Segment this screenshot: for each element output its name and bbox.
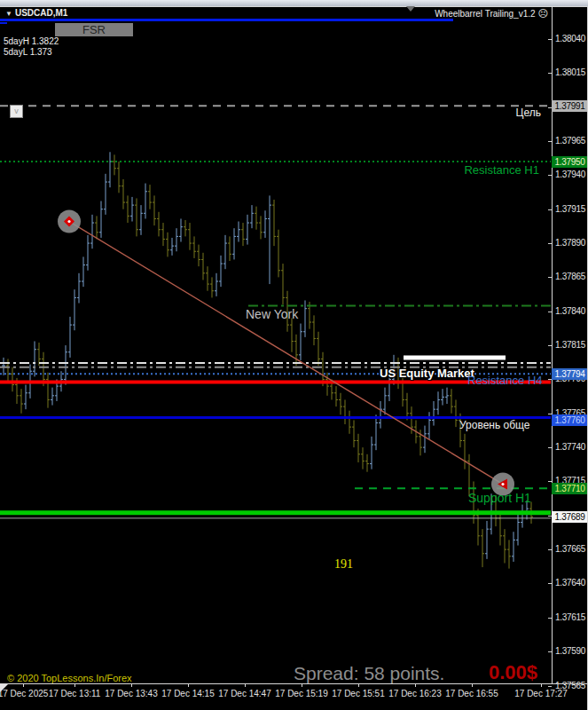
sad-face-icon: ☹ xyxy=(538,8,548,19)
scroll-anchor-icon xyxy=(0,684,8,692)
price-tick xyxy=(548,549,552,550)
time-tick xyxy=(541,684,542,687)
symbol-title-text: USDCAD,M1 xyxy=(15,8,67,18)
chart-checkbox[interactable]: v xyxy=(10,105,23,118)
time-tick-label: 17 Dec 13:11 xyxy=(43,689,106,698)
time-tick xyxy=(188,684,189,687)
price-tick-label: 1.37840 xyxy=(555,306,585,316)
time-tick xyxy=(245,684,246,687)
price-tick xyxy=(548,583,552,584)
trailing-indicator-stub xyxy=(0,22,7,24)
price-tick-label: 1.37865 xyxy=(555,272,585,281)
time-tick xyxy=(23,684,24,687)
window-chrome xyxy=(0,0,588,6)
price-level-box: 1.37794 xyxy=(552,368,588,380)
price-level-box: 1.37950 xyxy=(552,156,588,168)
time-tick xyxy=(131,684,132,687)
time-tick-label: 17 Dec 13:43 xyxy=(100,689,162,698)
price-level-box: 1.37760 xyxy=(552,414,588,426)
time-tick-label: 17 Dec 15:19 xyxy=(270,689,333,698)
price-level-box: 1.37991 xyxy=(552,100,588,112)
price-tick-label: 1.37740 xyxy=(555,442,585,452)
price-tick-label: 1.38040 xyxy=(555,34,585,43)
trailing-indicator-line xyxy=(0,19,453,21)
price-tick-label: 1.37665 xyxy=(555,544,585,554)
fsr-label: FSR xyxy=(55,23,133,36)
price-level-box: 1.37689 xyxy=(552,511,588,523)
price-tick-label: 1.38015 xyxy=(555,67,585,77)
chart-top-border xyxy=(0,6,588,7)
profit-label: 0.00$ xyxy=(489,661,537,684)
symbol-title: ▼USDCAD,M1 xyxy=(5,8,67,18)
price-tick xyxy=(548,345,552,346)
time-tick xyxy=(302,684,302,687)
symbol-caret-icon[interactable]: ▼ xyxy=(5,10,12,18)
price-tick xyxy=(548,175,552,176)
price-tick-label: 1.37965 xyxy=(555,136,585,146)
trend-line[interactable] xyxy=(69,222,503,485)
time-tick xyxy=(472,684,473,687)
price-bars xyxy=(2,152,533,568)
price-tick-label: 1.37640 xyxy=(555,578,585,588)
price-tick-label: 1.37815 xyxy=(555,340,585,350)
indicator-title-text: Wheelbarrel Trailing_v1.2 xyxy=(435,9,535,19)
day-low-label: 5dayL 1.373 xyxy=(4,47,52,57)
copyright-label: © 2020 TopLessons.In/Forex xyxy=(7,673,132,683)
price-level-box: 1.37710 xyxy=(552,483,588,494)
price-tick xyxy=(548,447,552,448)
time-axis[interactable]: 17 Dec 202517 Dec 13:1117 Dec 13:4317 De… xyxy=(0,683,588,710)
indicator-title: Wheelbarrel Trailing_v1.2☹ xyxy=(435,8,548,20)
price-tick-label: 1.37940 xyxy=(555,170,585,179)
time-tick-label: 17 Dec 15:51 xyxy=(327,689,389,698)
price-tick xyxy=(548,651,552,652)
spread-label: Spread: 58 points. xyxy=(294,663,444,684)
price-tick xyxy=(548,39,552,40)
count-label: 191 xyxy=(334,557,353,572)
time-tick-label: 17 Dec 16:55 xyxy=(441,689,503,698)
price-tick-label: 1.37615 xyxy=(555,612,585,622)
time-tick-label: 17 Dec 14:47 xyxy=(214,689,276,698)
price-tick-label: 1.37890 xyxy=(555,238,585,248)
price-axis[interactable]: 1.380401.380151.379901.379651.379401.379… xyxy=(543,6,588,683)
price-chart[interactable] xyxy=(0,0,588,710)
price-tick xyxy=(548,277,552,278)
price-tick xyxy=(548,209,552,210)
time-tick-label: 17 Dec 16:23 xyxy=(384,689,446,698)
time-tick xyxy=(358,684,359,687)
time-tick-label: 17 Dec 14:15 xyxy=(157,689,219,698)
price-tick-label: 1.37915 xyxy=(555,204,585,214)
price-tick xyxy=(548,73,552,74)
price-tick-label: 1.37590 xyxy=(555,646,585,656)
price-tick xyxy=(548,243,552,244)
price-tick xyxy=(548,618,552,619)
price-tick xyxy=(548,141,552,142)
chart-top-marker-icon xyxy=(406,6,415,12)
day-high-label: 5dayH 1.3822 xyxy=(4,36,59,46)
time-tick-label: 17 Dec 17:27 xyxy=(510,689,572,698)
time-tick xyxy=(74,684,75,687)
price-tick xyxy=(548,312,552,312)
time-tick xyxy=(415,684,416,687)
